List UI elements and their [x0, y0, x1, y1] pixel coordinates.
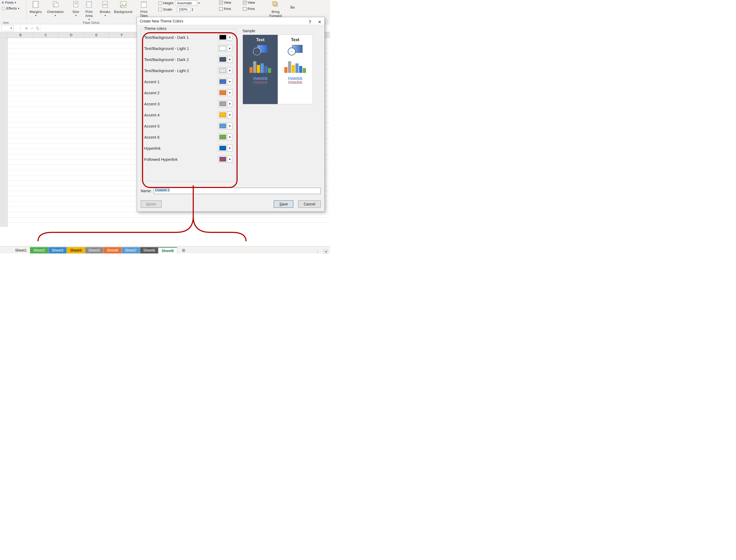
chevron-down-icon: ▼	[227, 78, 232, 85]
sheet-tab[interactable]: Sheet3	[49, 247, 67, 253]
gridlines-print[interactable]: Print	[219, 7, 231, 11]
orientation-icon	[51, 0, 60, 9]
svg-rect-7	[74, 4, 77, 4]
theme-color-row: Text/Background - Light 2 ▼	[144, 65, 232, 76]
color-label: Accent 6	[144, 135, 159, 139]
svg-rect-4	[54, 3, 58, 7]
color-label: Accent 1	[144, 79, 159, 84]
height-row[interactable]: Height: Automatic▾	[158, 1, 200, 6]
sheet-tab[interactable]: Sheet6	[103, 247, 122, 253]
print-titles-icon	[139, 0, 148, 9]
column-header[interactable]: D	[59, 32, 84, 38]
sheet-tabs: Sheet1Sheet2Sheet3Sheet4Sheet5Sheet6Shee…	[0, 246, 330, 253]
gridlines-view[interactable]: ✓View	[219, 1, 231, 4]
background-button[interactable]: Background	[114, 0, 132, 14]
svg-rect-15	[141, 2, 147, 3]
color-label: Text/Background - Dark 2	[144, 57, 189, 62]
color-picker[interactable]: ▼	[218, 78, 232, 85]
svg-rect-10	[103, 1, 107, 4]
theme-color-row: Hyperlink ▼	[144, 143, 232, 154]
print-titles-button[interactable]: Print Titles	[139, 0, 148, 18]
background-icon	[119, 0, 128, 9]
reset-button[interactable]: Reset	[141, 200, 162, 208]
color-picker[interactable]: ▼	[218, 89, 232, 96]
color-picker[interactable]: ▼	[218, 156, 232, 163]
color-label: Followed Hyperlink	[144, 157, 178, 162]
headings-view[interactable]: ✓View	[243, 1, 255, 4]
save-button[interactable]: Save	[274, 200, 293, 208]
size-button[interactable]: Size▾	[71, 0, 80, 17]
chevron-down-icon: ▼	[227, 123, 232, 129]
sample-chart	[249, 60, 271, 73]
chevron-down-icon: ▼	[227, 112, 232, 118]
sheet-tab[interactable]: Sheet2	[30, 247, 48, 253]
column-header[interactable]: E	[84, 32, 109, 38]
color-label: Text/Background - Light 1	[144, 46, 189, 51]
sample-dark-panel: Text 〰 Hyperlink Hyperlink	[243, 35, 278, 104]
column-header[interactable]: B	[8, 32, 33, 38]
theme-name-input[interactable]: Custom 1	[154, 188, 321, 194]
sheet-tab[interactable]: Sheet4	[67, 247, 85, 253]
page-setup-group-label: Page Setup	[29, 21, 153, 25]
svg-rect-17	[273, 2, 276, 5]
chevron-down-icon: ▼	[227, 90, 232, 96]
name-row: Name: Custom 1	[141, 188, 321, 194]
size-icon	[71, 0, 80, 9]
breaks-icon	[101, 0, 110, 9]
sample-followed-hyperlink: Hyperlink	[288, 80, 302, 84]
svg-point-13	[121, 3, 123, 4]
color-picker[interactable]: ▼	[218, 45, 232, 52]
color-picker[interactable]: ▼	[218, 67, 232, 74]
effects-button[interactable]: Effects▾	[2, 6, 19, 10]
color-picker[interactable]: ▼	[218, 134, 232, 140]
sample-section: Sample Text 〰 Hyperlink Hyperlink Text 〰	[243, 29, 313, 104]
chevron-down-icon: ▼	[227, 56, 232, 63]
color-picker[interactable]: ▼	[218, 34, 232, 41]
color-picker[interactable]: ▼	[218, 145, 232, 152]
fonts-button[interactable]: A Fonts▾	[2, 1, 16, 4]
theme-color-row: Followed Hyperlink ▼	[144, 154, 232, 165]
fx-icon[interactable]: fx	[36, 26, 39, 31]
sample-text: Text	[291, 37, 299, 42]
column-header[interactable]: C	[33, 32, 59, 38]
sheet-tab[interactable]: Sheet7	[122, 247, 140, 253]
theme-color-row: Accent 3 ▼	[144, 98, 232, 109]
chevron-down-icon: ▼	[227, 156, 232, 162]
color-picker[interactable]: ▼	[218, 100, 232, 107]
cancel-entry-icon[interactable]: ✕	[25, 26, 28, 30]
chevron-down-icon: ▼	[227, 134, 232, 140]
enter-entry-icon[interactable]: ✓	[31, 26, 34, 30]
scale-row[interactable]: Scale: 100% ▲▼	[158, 7, 193, 12]
orientation-button[interactable]: Orientation▾	[47, 0, 64, 17]
svg-rect-0	[33, 1, 39, 8]
color-picker[interactable]: ▼	[218, 123, 232, 129]
sample-text: Text	[256, 37, 265, 42]
themes-group-label: mes	[1, 21, 11, 25]
sheet-tab[interactable]: Sheet8	[140, 247, 158, 253]
new-sheet-button[interactable]: ⊕	[180, 247, 188, 253]
print-area-button[interactable]: Print Area▾	[84, 0, 93, 21]
dialog-title-bar[interactable]: Create New Theme Colors ? ✕	[137, 17, 324, 25]
sheet-tab[interactable]: Sheet5	[85, 247, 103, 253]
sheet-tab[interactable]: Sheet9	[158, 247, 177, 253]
breaks-button[interactable]: Breaks▾	[100, 0, 110, 17]
theme-color-row: Accent 4 ▼	[144, 109, 232, 120]
sample-hyperlink: Hyperlink	[253, 76, 267, 80]
headings-print[interactable]: Print	[243, 7, 255, 11]
chevron-down-icon: ▼	[227, 34, 232, 40]
sheet-tab[interactable]: Sheet1	[12, 247, 30, 253]
select-all-corner[interactable]	[0, 32, 8, 38]
color-label: Accent 4	[144, 113, 159, 117]
scroll-left-icon[interactable]: ◀	[323, 250, 328, 253]
name-box[interactable]: ▼	[1, 25, 14, 31]
chevron-down-icon: ▼	[227, 101, 232, 107]
column-header[interactable]: F	[109, 32, 135, 38]
cancel-button[interactable]: Cancel	[298, 200, 321, 208]
color-label: Accent 5	[144, 124, 159, 128]
margins-button[interactable]: Margins▾	[30, 0, 42, 17]
color-picker[interactable]: ▼	[218, 111, 232, 118]
separator	[26, 0, 27, 19]
color-label: Text/Background - Dark 1	[144, 35, 189, 40]
color-picker[interactable]: ▼	[218, 56, 232, 63]
theme-color-row: Text/Background - Dark 2 ▼	[144, 54, 232, 65]
